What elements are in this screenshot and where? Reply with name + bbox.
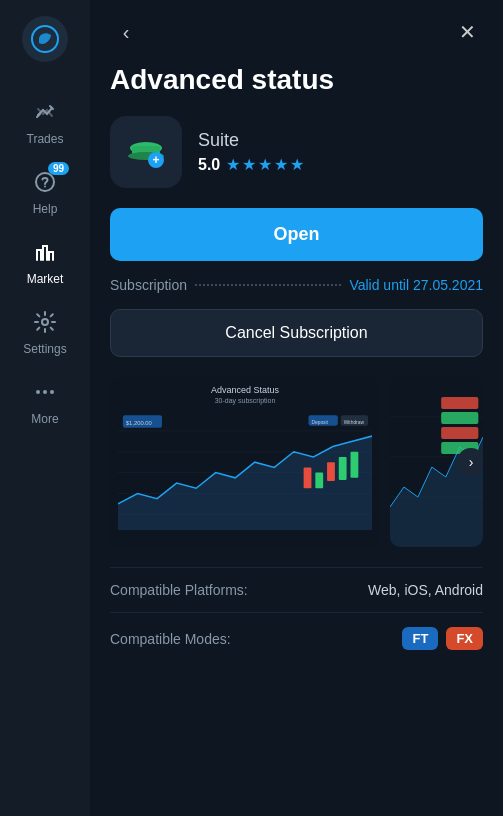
app-logo[interactable] [22,16,68,62]
cancel-subscription-button[interactable]: Cancel Subscription [110,309,483,357]
svg-rect-14 [304,467,312,488]
subscription-valid: Valid until 27.05.2021 [349,277,483,293]
star-3: ★ [258,155,272,174]
dot-1 [36,390,40,394]
svg-rect-31 [441,427,478,439]
screenshot-title: Advanced Status [118,385,372,395]
star-2: ★ [242,155,256,174]
screenshot-content: Advanced Status 30-day subscription [110,377,380,547]
star-5: ★ [290,155,304,174]
market-icon-wrap [29,236,61,268]
app-info: Suite 5.0 ★ ★ ★ ★ ★ [198,130,304,174]
subscription-label: Subscription [110,277,187,293]
stars: ★ ★ ★ ★ ★ [226,155,304,174]
platforms-value: Web, iOS, Android [368,582,483,598]
more-icon-wrap [29,376,61,408]
svg-point-3 [42,319,48,325]
svg-rect-29 [441,397,478,409]
svg-rect-15 [315,473,323,489]
dot-3 [50,390,54,394]
page-title: Advanced status [110,64,483,96]
sidebar-item-trades[interactable]: Trades [0,86,90,156]
open-button[interactable]: Open [110,208,483,261]
svg-rect-17 [339,457,347,480]
svg-rect-30 [441,412,478,424]
svg-text:Deposit: Deposit [311,418,328,424]
app-name: Suite [198,130,304,151]
modes-badges: FT FX [402,627,483,650]
screenshot-next-button[interactable]: › [457,448,483,476]
market-label: Market [27,272,64,286]
top-nav: ‹ ✕ [110,16,483,48]
svg-text:+: + [152,153,159,167]
close-button[interactable]: ✕ [451,16,483,48]
svg-rect-18 [351,452,359,478]
help-label: Help [33,202,58,216]
help-icon-wrap: 99 [29,166,61,198]
svg-point-2 [44,186,46,188]
sidebar-item-more[interactable]: More [0,366,90,436]
mode-ft-badge: FT [402,627,438,650]
star-1: ★ [226,155,240,174]
compatible-modes-row: Compatible Modes: FT FX [110,612,483,664]
trades-label: Trades [27,132,64,146]
screenshot-main[interactable]: Advanced Status 30-day subscription [110,377,380,547]
settings-icon-wrap [29,306,61,338]
screenshots-container: Advanced Status 30-day subscription [110,377,483,547]
trades-icon-wrap [29,96,61,128]
platforms-label: Compatible Platforms: [110,582,248,598]
subscription-dots [195,284,341,286]
svg-rect-16 [327,462,335,481]
app-icon: + [110,116,182,188]
svg-text:Withdraw: Withdraw [344,418,365,424]
app-card: + Suite 5.0 ★ ★ ★ ★ ★ [110,116,483,188]
screenshot-chart: $1,200.00 Deposit Withdraw [118,410,372,530]
modes-label: Compatible Modes: [110,631,231,647]
compatible-platforms-row: Compatible Platforms: Web, iOS, Android [110,567,483,612]
sidebar-item-market[interactable]: Market [0,226,90,296]
screenshot-subtitle: 30-day subscription [118,397,372,404]
rating-number: 5.0 [198,156,220,174]
sidebar-item-help[interactable]: 99 Help [0,156,90,226]
subscription-row: Subscription Valid until 27.05.2021 [110,277,483,293]
dot-2 [43,390,47,394]
mode-fx-badge: FX [446,627,483,650]
sidebar: Trades 99 Help Market [0,0,90,816]
app-rating: 5.0 ★ ★ ★ ★ ★ [198,155,304,174]
sidebar-item-settings[interactable]: Settings [0,296,90,366]
main-content: ‹ ✕ Advanced status + Suite 5.0 [90,0,503,816]
more-label: More [31,412,58,426]
star-4: ★ [274,155,288,174]
help-badge: 99 [48,162,69,175]
svg-text:$1,200.00: $1,200.00 [126,419,153,425]
settings-label: Settings [23,342,66,356]
back-button[interactable]: ‹ [110,16,142,48]
